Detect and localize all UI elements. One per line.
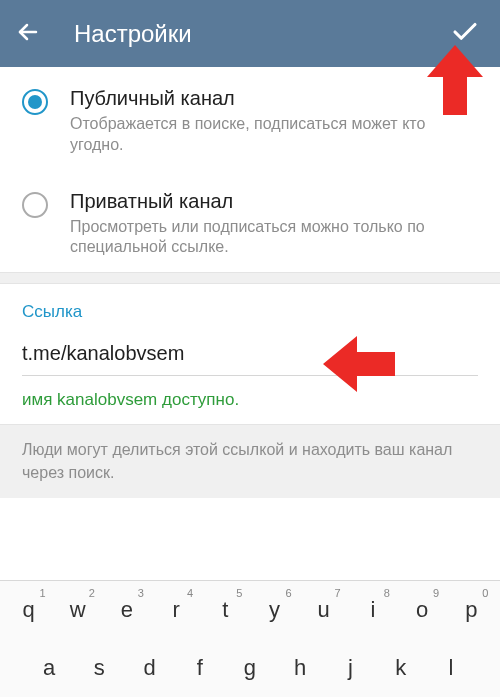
link-availability-status: имя kanalobvsem доступно. — [22, 390, 478, 410]
page-title: Настройки — [74, 20, 192, 48]
confirm-button[interactable] — [446, 13, 484, 55]
key-f[interactable]: f — [179, 647, 221, 689]
public-option-desc: Отображается в поиске, подписаться может… — [70, 114, 478, 156]
arrow-left-icon — [16, 20, 40, 44]
key-e[interactable]: e3 — [106, 589, 148, 631]
key-a[interactable]: a — [28, 647, 70, 689]
keyboard-row-2: asdfghjkl — [0, 639, 500, 697]
link-section: Ссылка имя kanalobvsem доступно. — [0, 284, 500, 424]
private-channel-option[interactable]: Приватный канал Просмотреть или подписат… — [0, 170, 500, 273]
key-j[interactable]: j — [329, 647, 371, 689]
channel-type-section: Публичный канал Отображается в поиске, п… — [0, 67, 500, 272]
key-l[interactable]: l — [430, 647, 472, 689]
public-option-title: Публичный канал — [70, 87, 478, 110]
key-d[interactable]: d — [129, 647, 171, 689]
key-g[interactable]: g — [229, 647, 271, 689]
private-option-desc: Просмотреть или подписаться можно только… — [70, 217, 478, 259]
key-r[interactable]: r4 — [155, 589, 197, 631]
soft-keyboard: q1w2e3r4t5y6u7i8o9p0 asdfghjkl — [0, 580, 500, 697]
key-p[interactable]: p0 — [450, 589, 492, 631]
key-w[interactable]: w2 — [57, 589, 99, 631]
key-q[interactable]: q1 — [8, 589, 50, 631]
key-s[interactable]: s — [78, 647, 120, 689]
channel-link-input[interactable] — [22, 342, 478, 376]
public-channel-option[interactable]: Публичный канал Отображается в поиске, п… — [0, 67, 500, 170]
app-header: Настройки — [0, 0, 500, 67]
back-button[interactable] — [16, 20, 56, 48]
key-k[interactable]: k — [380, 647, 422, 689]
radio-unselected-icon — [22, 192, 48, 218]
key-t[interactable]: t5 — [204, 589, 246, 631]
private-option-title: Приватный канал — [70, 190, 478, 213]
key-i[interactable]: i8 — [352, 589, 394, 631]
key-u[interactable]: u7 — [303, 589, 345, 631]
keyboard-row-1: q1w2e3r4t5y6u7i8o9p0 — [0, 581, 500, 639]
link-hint-text: Люди могут делиться этой ссылкой и наход… — [0, 424, 500, 498]
key-h[interactable]: h — [279, 647, 321, 689]
check-icon — [450, 17, 480, 47]
radio-selected-icon — [22, 89, 48, 115]
section-divider — [0, 272, 500, 284]
key-o[interactable]: o9 — [401, 589, 443, 631]
link-label: Ссылка — [22, 302, 478, 322]
key-y[interactable]: y6 — [254, 589, 296, 631]
